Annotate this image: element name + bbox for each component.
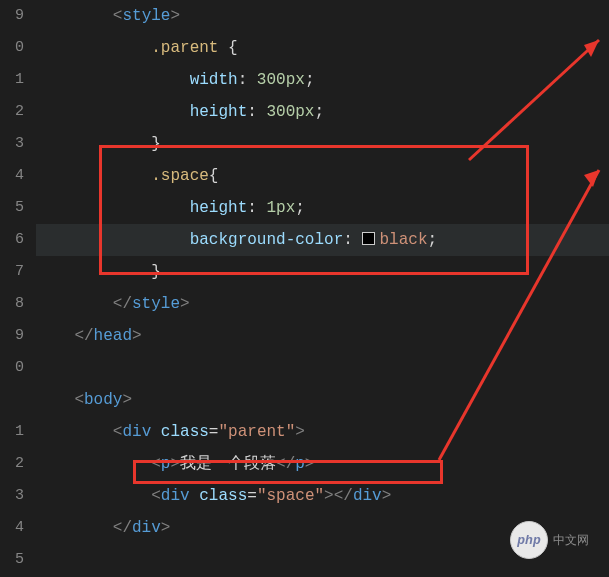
line-number: 2 bbox=[0, 448, 24, 480]
line-number: 3 bbox=[0, 128, 24, 160]
code-line: height: 300px; bbox=[36, 96, 609, 128]
code-editor: 9 0 1 2 3 4 5 6 7 8 9 0 1 2 3 4 5 7 <sty… bbox=[0, 0, 609, 577]
code-line: width: 300px; bbox=[36, 64, 609, 96]
line-number: 2 bbox=[0, 96, 24, 128]
line-number bbox=[0, 384, 24, 416]
code-line: <body> bbox=[36, 384, 609, 416]
watermark-logo-icon: php bbox=[510, 521, 548, 559]
line-number-gutter: 9 0 1 2 3 4 5 6 7 8 9 0 1 2 3 4 5 7 bbox=[0, 0, 36, 577]
line-number: 0 bbox=[0, 32, 24, 64]
line-number: 4 bbox=[0, 512, 24, 544]
code-line: background-color: black; bbox=[36, 224, 609, 256]
code-line: </head> bbox=[36, 320, 609, 352]
line-number: 9 bbox=[0, 320, 24, 352]
line-number: 9 bbox=[0, 0, 24, 32]
line-number: 7 bbox=[0, 256, 24, 288]
line-number: 5 bbox=[0, 544, 24, 576]
line-number: 1 bbox=[0, 64, 24, 96]
code-line: .parent { bbox=[36, 32, 609, 64]
line-number: 8 bbox=[0, 288, 24, 320]
code-line: <div class="space"></div> bbox=[36, 480, 609, 512]
line-number: 1 bbox=[0, 416, 24, 448]
code-line: .space{ bbox=[36, 160, 609, 192]
code-line: <div class="parent"> bbox=[36, 416, 609, 448]
line-number: 4 bbox=[0, 160, 24, 192]
code-line: height: 1px; bbox=[36, 192, 609, 224]
line-number: 0 bbox=[0, 352, 24, 384]
watermark: php 中文网 bbox=[510, 521, 589, 559]
line-number: 5 bbox=[0, 192, 24, 224]
code-line: <style> bbox=[36, 0, 609, 32]
code-line: } bbox=[36, 256, 609, 288]
line-number: 6 bbox=[0, 224, 24, 256]
code-line: } bbox=[36, 128, 609, 160]
code-line: </style> bbox=[36, 288, 609, 320]
watermark-text: 中文网 bbox=[553, 532, 589, 549]
code-line: <p>我是一个段落</p> bbox=[36, 448, 609, 480]
line-number: 3 bbox=[0, 480, 24, 512]
code-area[interactable]: <style> .parent { width: 300px; height: … bbox=[36, 0, 609, 577]
color-swatch-icon bbox=[362, 232, 375, 245]
code-line bbox=[36, 352, 609, 384]
